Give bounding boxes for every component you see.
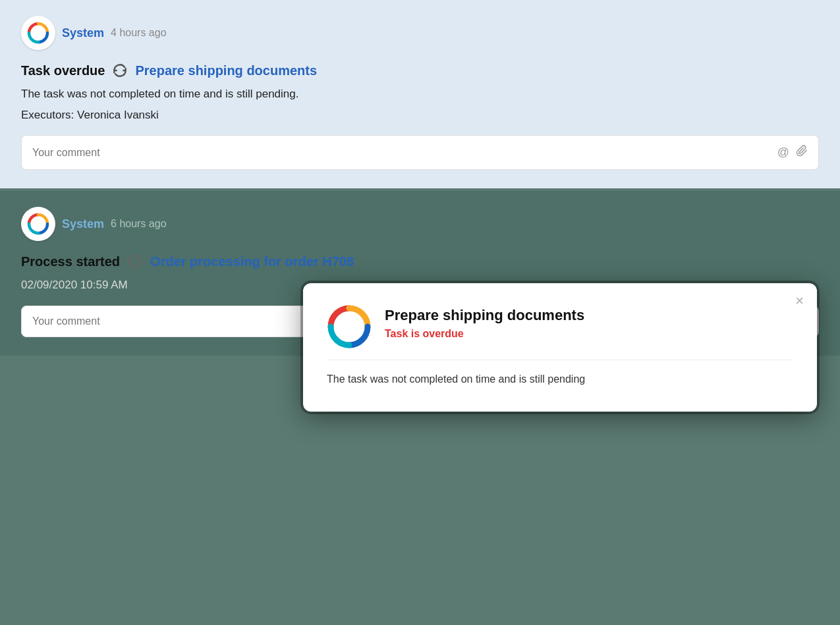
paperclip-icon-1 [796, 145, 808, 157]
system-logo-icon [26, 21, 50, 45]
comment-input-1[interactable] [32, 147, 772, 159]
body-line1-1: The task was not completed on time and i… [21, 86, 819, 103]
comment-icons-1: @ [777, 145, 808, 160]
modal-status: Task is overdue [385, 328, 793, 340]
avatar-1 [21, 16, 55, 50]
event-label-2: Process started [21, 254, 120, 269]
modal-body-text: The task was not completed on time and i… [327, 371, 793, 388]
event-link-2[interactable]: Order processing for order H708 [150, 254, 354, 269]
modal-close-button[interactable]: × [795, 294, 804, 308]
author-row-1: System 4 hours ago [21, 16, 819, 50]
author-row-2: System 6 hours ago [21, 207, 819, 241]
event-link-1[interactable]: Prepare shipping documents [135, 63, 317, 78]
author-time-1: 4 hours ago [111, 27, 167, 39]
at-sign-button-1[interactable]: @ [777, 146, 789, 159]
comment-box-1: @ [21, 135, 819, 170]
modal-title-area: Prepare shipping documents Task is overd… [385, 304, 793, 340]
modal-title: Prepare shipping documents [385, 307, 793, 324]
paperclip-button-1[interactable] [796, 145, 808, 160]
modal-header: Prepare shipping documents Task is overd… [327, 304, 793, 349]
modal-divider [327, 360, 793, 360]
modal-popup: × Prepare shipping documents Task is ove… [303, 283, 817, 412]
modal-logo-icon [327, 304, 372, 349]
sync-icon-2 [126, 253, 144, 270]
author-time-2: 6 hours ago [111, 218, 167, 230]
event-row-2: Process started Order processing for ord… [21, 253, 819, 270]
author-name-1: System [62, 26, 104, 40]
card-task-overdue: System 4 hours ago Task overdue Prepare … [0, 0, 840, 188]
event-row-1: Task overdue Prepare shipping documents [21, 62, 819, 79]
avatar-2 [21, 207, 55, 241]
event-label-1: Task overdue [21, 63, 105, 78]
sync-icon-1 [111, 62, 128, 79]
system-logo-icon-2 [26, 212, 50, 236]
author-name-2: System [62, 217, 104, 231]
body-line2-1: Executors: Veronica Ivanski [21, 107, 819, 124]
